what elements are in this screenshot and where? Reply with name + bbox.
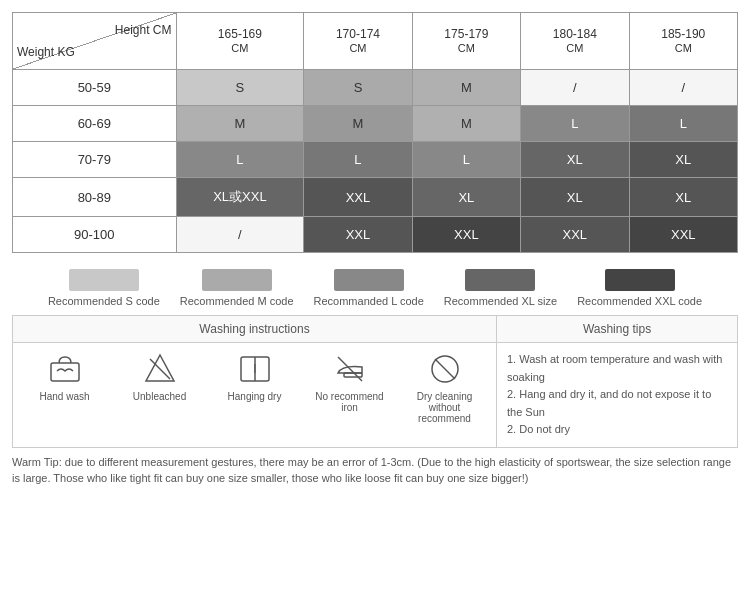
size-cell: XXL xyxy=(412,217,520,253)
hand-wash-icon xyxy=(47,351,83,387)
size-cell: XL或XXL xyxy=(176,178,304,217)
size-cell: L xyxy=(412,142,520,178)
size-cell: / xyxy=(629,70,737,106)
warm-tip: Warm Tip: due to different measurement g… xyxy=(0,448,750,493)
washing-tips-title: Washing tips xyxy=(497,316,737,343)
size-cell: S xyxy=(304,70,412,106)
tip-line: 2. Do not dry xyxy=(507,421,727,439)
weight-cell: 80-89 xyxy=(13,178,177,217)
legend-item: Recommended XL size xyxy=(444,269,557,307)
size-chart-wrapper: Height CM Weight KG 165-169CM 170-174CM … xyxy=(0,0,750,261)
svg-line-9 xyxy=(435,359,455,379)
height-label: Height CM xyxy=(17,23,172,37)
size-cell: XXL xyxy=(521,217,629,253)
size-cell: M xyxy=(412,70,520,106)
size-cell: L xyxy=(521,106,629,142)
size-cell: L xyxy=(304,142,412,178)
legend-label: Recommended XL size xyxy=(444,295,557,307)
size-cell: M xyxy=(412,106,520,142)
hanging-dry-item: I Hanging dry xyxy=(215,351,295,402)
col-header-5: 185-190CM xyxy=(629,13,737,70)
no-bleach-icon xyxy=(142,351,178,387)
unbleached-label: Unbleached xyxy=(133,391,186,402)
hanging-dry-label: Hanging dry xyxy=(228,391,282,402)
legend-color-box xyxy=(202,269,272,291)
size-cell: XL xyxy=(629,142,737,178)
weight-cell: 50-59 xyxy=(13,70,177,106)
corner-cell: Height CM Weight KG xyxy=(13,13,177,70)
no-dry-clean-item: Dry cleaning without recommend xyxy=(405,351,485,424)
col-header-4: 180-184CM xyxy=(521,13,629,70)
washing-instructions: Washing instructions Hand wash Unbleache… xyxy=(13,316,497,447)
hand-wash-item: Hand wash xyxy=(25,351,105,402)
legend-color-box xyxy=(605,269,675,291)
legend-item: Recommended M code xyxy=(180,269,294,307)
unbleached-item: Unbleached xyxy=(120,351,200,402)
size-cell: S xyxy=(176,70,304,106)
tips-content: 1. Wash at room temperature and wash wit… xyxy=(497,343,737,447)
size-cell: L xyxy=(176,142,304,178)
no-iron-icon xyxy=(332,351,368,387)
size-cell: XXL xyxy=(629,217,737,253)
washing-tips: Washing tips 1. Wash at room temperature… xyxy=(497,316,737,447)
size-cell: XL xyxy=(521,178,629,217)
size-cell: XL xyxy=(412,178,520,217)
legend-item: Recommended XXL code xyxy=(577,269,702,307)
hand-wash-label: Hand wash xyxy=(39,391,89,402)
tip-line: 1. Wash at room temperature and wash wit… xyxy=(507,351,727,386)
weight-cell: 70-79 xyxy=(13,142,177,178)
size-cell: XXL xyxy=(304,178,412,217)
size-cell: XL xyxy=(629,178,737,217)
legend-label: Recommended XXL code xyxy=(577,295,702,307)
legend-item: Recommanded L code xyxy=(314,269,424,307)
washing-section: Washing instructions Hand wash Unbleache… xyxy=(12,315,738,448)
no-iron-item: No recommend iron xyxy=(310,351,390,413)
tip-line: 2. Hang and dry it, and do not expose it… xyxy=(507,386,727,421)
svg-text:I: I xyxy=(253,362,256,376)
col-header-1: 165-169CM xyxy=(176,13,304,70)
legend-wrapper: Recommended S codeRecommended M codeReco… xyxy=(0,261,750,315)
size-cell: L xyxy=(629,106,737,142)
no-dry-clean-label: Dry cleaning without recommend xyxy=(405,391,485,424)
size-cell: M xyxy=(176,106,304,142)
legend-color-box xyxy=(465,269,535,291)
legend-label: Recommanded L code xyxy=(314,295,424,307)
svg-rect-6 xyxy=(344,373,362,377)
weight-label: Weight KG xyxy=(17,45,172,59)
size-cell: XXL xyxy=(304,217,412,253)
hang-dry-icon: I xyxy=(237,351,273,387)
size-table: Height CM Weight KG 165-169CM 170-174CM … xyxy=(12,12,738,253)
col-header-3: 175-179CM xyxy=(412,13,520,70)
size-cell: XL xyxy=(521,142,629,178)
legend-item: Recommended S code xyxy=(48,269,160,307)
washing-instructions-title: Washing instructions xyxy=(13,316,496,343)
size-cell: / xyxy=(176,217,304,253)
no-dry-clean-icon xyxy=(427,351,463,387)
legend-color-box xyxy=(334,269,404,291)
weight-cell: 60-69 xyxy=(13,106,177,142)
legend-label: Recommended M code xyxy=(180,295,294,307)
size-cell: / xyxy=(521,70,629,106)
legend-label: Recommended S code xyxy=(48,295,160,307)
weight-cell: 90-100 xyxy=(13,217,177,253)
legend-color-box xyxy=(69,269,139,291)
no-iron-label: No recommend iron xyxy=(310,391,390,413)
size-cell: M xyxy=(304,106,412,142)
icons-row: Hand wash Unbleached I Hanging dry xyxy=(13,343,496,432)
col-header-2: 170-174CM xyxy=(304,13,412,70)
